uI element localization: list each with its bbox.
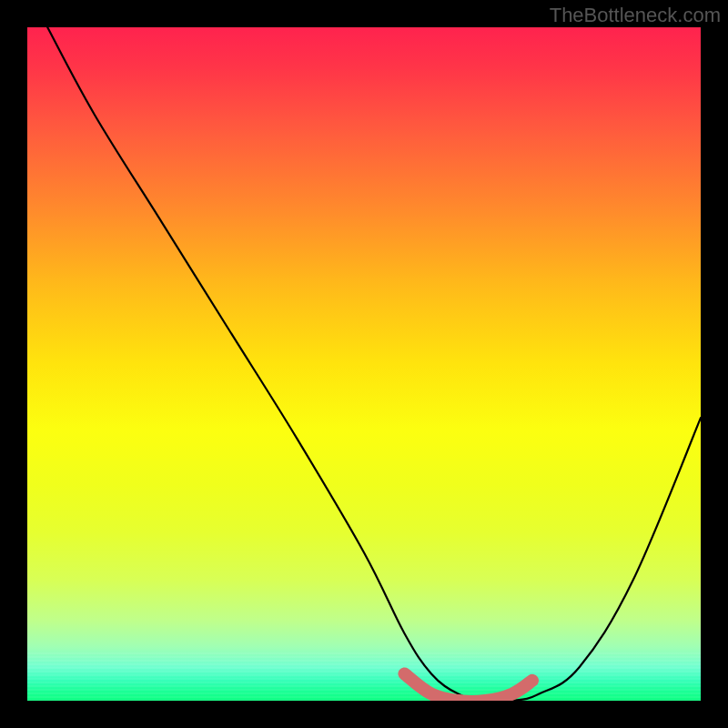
watermark-text: TheBottleneck.com [550, 4, 721, 27]
chart-plot-area [27, 27, 701, 701]
chart-svg [27, 27, 701, 701]
optimal-range-highlight [404, 673, 532, 701]
bottleneck-curve [47, 27, 701, 701]
